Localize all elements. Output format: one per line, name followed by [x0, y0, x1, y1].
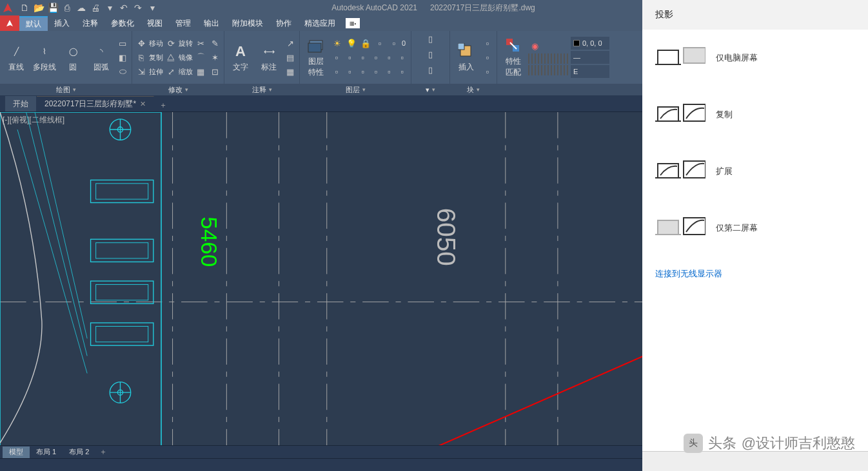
layer-props-button[interactable]: 图层 特性 — [302, 37, 330, 78]
express-tools-icon[interactable]: ▦• — [346, 18, 360, 28]
rotate-icon[interactable]: ⟳ — [164, 37, 177, 50]
ly8-icon[interactable]: ▫ — [344, 65, 355, 78]
match-props-button[interactable]: 特性 匹配 — [500, 37, 527, 78]
ly2-icon[interactable]: ▫ — [344, 51, 355, 64]
field-icon[interactable]: ▦ — [284, 65, 297, 78]
redo-icon[interactable]: ↷ — [132, 1, 144, 14]
saveall-icon[interactable]: ⎙ — [61, 1, 74, 14]
rect-icon[interactable]: ▭ — [116, 37, 129, 50]
proj-pc-only[interactable]: 仅电脑屏幕 — [642, 30, 868, 86]
erase-icon[interactable]: ✎ — [208, 37, 221, 50]
polyline-button[interactable]: ⌇多段线 — [31, 43, 58, 73]
close-icon[interactable]: ✕ — [140, 100, 146, 108]
proj-extend[interactable]: 扩展 — [642, 143, 868, 200]
tab-default[interactable]: 默认 — [19, 16, 48, 31]
app-logo[interactable] — [0, 0, 15, 15]
ly11-icon[interactable]: ▫ — [383, 65, 395, 78]
proj-duplicate[interactable]: 复制 — [642, 86, 868, 143]
wireless-display-link[interactable]: 连接到无线显示器 — [642, 256, 868, 291]
panel-util-title[interactable]: ▾ — [411, 84, 449, 95]
hatch-icon[interactable]: ◧ — [116, 51, 129, 64]
panel-block-title[interactable]: 块 — [450, 84, 497, 95]
bk2-icon[interactable]: ▫ — [481, 51, 494, 64]
move-icon[interactable]: ✥ — [135, 37, 148, 50]
layer-bulb-icon[interactable]: 💡 — [345, 37, 358, 50]
layer-more2-icon[interactable]: ▫ — [388, 37, 400, 50]
ly10-icon[interactable]: ▫ — [370, 65, 382, 78]
ellipse-icon[interactable]: ⬭ — [116, 65, 129, 78]
dim-5460: 5460 — [197, 216, 222, 267]
tab-insert[interactable]: 插入 — [48, 17, 76, 30]
util1-icon[interactable]: ▯ — [424, 32, 437, 45]
layout-add-button[interactable]: ＋ — [95, 447, 111, 457]
panel-modify-title[interactable]: 修改 — [132, 84, 224, 95]
fillet-icon[interactable]: ⌒ — [194, 51, 207, 64]
link-icon[interactable]: 🖨 — [89, 1, 102, 14]
dim-button[interactable]: ⟷标注 — [255, 43, 282, 73]
qat-drop-icon[interactable]: ▾ — [146, 1, 159, 14]
tab-featured[interactable]: 精选应用 — [298, 17, 342, 30]
trim-icon[interactable]: ✂ — [194, 37, 207, 50]
panel-layer-title[interactable]: 图层 — [300, 84, 411, 95]
layer-sun-icon[interactable]: ☀ — [331, 37, 344, 50]
tab-output[interactable]: 输出 — [197, 17, 226, 30]
util2-icon[interactable]: ▯ — [424, 48, 437, 61]
save-icon[interactable]: 💾 — [46, 1, 59, 14]
lt-select[interactable]: E — [571, 65, 609, 78]
mirror-icon[interactable]: ⧋ — [164, 51, 177, 64]
layout-1[interactable]: 布局 1 — [30, 447, 63, 458]
cloud-icon[interactable]: ☁ — [75, 1, 88, 14]
array-icon[interactable]: ▦ — [194, 65, 207, 78]
leader-icon[interactable]: ↗ — [284, 37, 297, 50]
add-tab-button[interactable]: ＋ — [157, 99, 170, 111]
arc-button[interactable]: ◝圆弧 — [88, 43, 115, 73]
stretch-icon[interactable]: ⇲ — [135, 65, 148, 78]
util3-icon[interactable]: ▯ — [424, 63, 437, 76]
ly3-icon[interactable]: ▫ — [357, 51, 369, 64]
color-wheel-icon[interactable]: ◉ — [528, 39, 541, 52]
tab-parametric[interactable]: 参数化 — [104, 17, 141, 30]
open-icon[interactable]: 📂 — [32, 1, 45, 14]
app-menu-button[interactable] — [0, 15, 19, 31]
lineweight-icon[interactable] — [528, 53, 569, 64]
bk3-icon[interactable]: ▫ — [481, 65, 494, 78]
copy-icon[interactable]: ⎘ — [135, 51, 148, 64]
line-button[interactable]: ╱直线 — [3, 43, 30, 73]
tab-addins[interactable]: 附加模块 — [226, 17, 270, 30]
scale-icon[interactable]: ⤢ — [164, 65, 177, 78]
ly9-icon[interactable]: ▫ — [357, 65, 369, 78]
ly7-icon[interactable]: ▫ — [331, 65, 342, 78]
panel-modify: ✥移动 ⎘复制 ⇲拉伸 ⟳旋转 ⧋镜像 ⤢缩放 ✂ ⌒ ▦ ✎ ✶ ⊡ 修改 — [132, 31, 224, 95]
lw-select[interactable]: — — [571, 51, 609, 64]
panel-draw-title[interactable]: 绘图 — [0, 84, 132, 95]
tab-start[interactable]: 开始 — [5, 96, 37, 111]
tab-view[interactable]: 视图 — [141, 17, 169, 30]
layer-lock-icon[interactable]: 🔒 — [359, 37, 372, 50]
new-icon[interactable]: 🗋 — [18, 1, 31, 14]
circle-button[interactable]: ◯圆 — [59, 43, 86, 73]
layout-2[interactable]: 布局 2 — [63, 447, 95, 458]
panel-annot-title[interactable]: 注释 — [224, 84, 299, 95]
print-icon[interactable]: ▾ — [103, 1, 116, 14]
tab-annotate[interactable]: 注释 — [76, 17, 104, 30]
explode-icon[interactable]: ✶ — [208, 51, 221, 64]
linetype-icon[interactable] — [528, 65, 569, 75]
ly6-icon[interactable]: ▫ — [397, 51, 408, 64]
tab-collab[interactable]: 协作 — [270, 17, 298, 30]
ly1-icon[interactable]: ▫ — [331, 51, 342, 64]
ly4-icon[interactable]: ▫ — [370, 51, 382, 64]
bk1-icon[interactable]: ▫ — [481, 37, 494, 50]
layer-more1-icon[interactable]: ▫ — [373, 37, 386, 50]
ly5-icon[interactable]: ▫ — [383, 51, 395, 64]
tab-manage[interactable]: 管理 — [169, 17, 197, 30]
text-button[interactable]: A文字 — [227, 43, 254, 73]
ly12-icon[interactable]: ▫ — [397, 65, 408, 78]
table-icon[interactable]: ▤ — [284, 51, 297, 64]
offset-icon[interactable]: ⊡ — [208, 65, 221, 78]
tab-active-doc[interactable]: 20220717日三层彭府别墅* ✕ — [37, 96, 154, 111]
undo-icon[interactable]: ↶ — [117, 1, 130, 14]
proj-second-only[interactable]: 仅第二屏幕 — [642, 200, 868, 256]
layout-model[interactable]: 模型 — [3, 447, 30, 458]
insert-button[interactable]: 插入 — [453, 43, 480, 73]
color-select[interactable]: 0, 0, 0 — [571, 37, 609, 50]
